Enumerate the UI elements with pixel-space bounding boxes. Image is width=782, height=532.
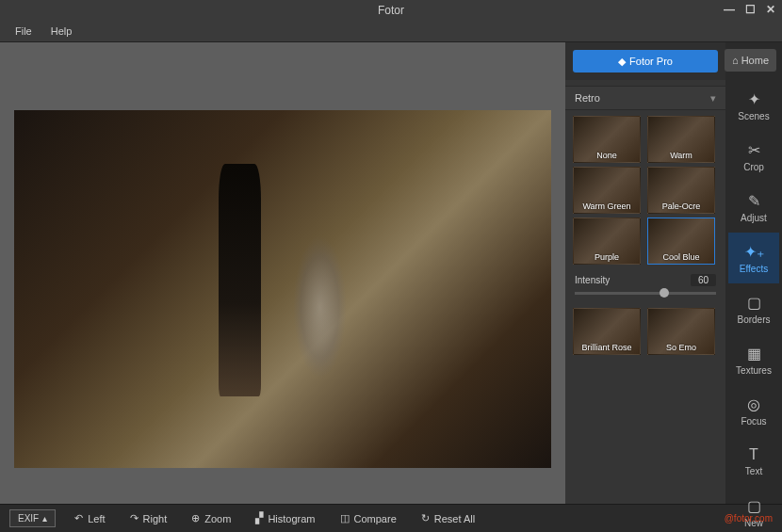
rotate-right-button[interactable]: ↷Right [124,509,173,527]
effects-panel: ◆ Fotor Pro Retro ▾ NoneWarmWarm GreenPa… [565,42,725,504]
tool-crop[interactable]: ✂Crop [728,131,779,182]
histogram-button[interactable]: ▞Histogram [250,509,320,527]
tool-borders[interactable]: ▢Borders [728,283,779,334]
tool-label: Borders [737,314,770,325]
reset-all-button[interactable]: ↻Reset All [415,509,481,527]
crop-icon: ✂ [748,141,760,159]
tool-effects[interactable]: ✦₊Effects [728,233,779,283]
effects-grid-2: Brilliant RoseSo Emo [565,302,725,361]
rotate-left-icon: ↶ [74,512,83,524]
menu-help[interactable]: Help [41,23,82,40]
titlebar: Fotor — ☐ ✕ [0,0,782,21]
category-label: Retro [575,92,600,104]
watermark: @fotor.com [725,513,773,524]
home-icon: ⌂ [732,55,739,66]
editing-image[interactable] [14,110,551,468]
tool-text[interactable]: TText [728,436,779,487]
menubar: File Help [0,21,782,42]
chevron-down-icon: ▾ [710,92,716,105]
tool-textures[interactable]: ▦Textures [728,334,779,385]
bottom-toolbar: EXIF ▴ ↶Left ↷Right ⊕Zoom ▞Histogram ◫Co… [0,504,782,532]
textures-icon: ▦ [747,345,761,363]
fotor-pro-button[interactable]: ◆ Fotor Pro [573,50,718,73]
tool-label: Scenes [738,111,769,121]
tool-label: Adjust [741,213,767,223]
intensity-label: Intensity [575,275,610,285]
effects-icon: ✦₊ [744,243,764,261]
effect-thumb-cool-blue[interactable]: Cool Blue [647,218,715,265]
reset-icon: ↻ [421,512,430,524]
new-icon: ▢ [747,497,761,515]
tool-label: Textures [736,365,772,376]
canvas-area [0,42,565,504]
effect-thumb-purple[interactable]: Purple [573,218,641,265]
effect-thumb-label: Warm Green [574,202,640,211]
effect-thumb-label: Warm [648,151,714,160]
minimize-button[interactable]: — [722,2,737,17]
compare-button[interactable]: ◫Compare [334,509,402,527]
tool-focus[interactable]: ◎Focus [728,385,779,436]
scenes-icon: ✦ [748,90,760,108]
borders-icon: ▢ [747,294,761,312]
intensity-slider[interactable] [575,292,716,295]
intensity-value: 60 [691,274,716,286]
chevron-up-icon: ▴ [42,513,47,524]
diamond-icon: ◆ [618,56,626,68]
tool-scenes[interactable]: ✦Scenes [728,80,779,131]
zoom-button[interactable]: ⊕Zoom [186,509,236,527]
effect-thumb-label: None [574,151,640,160]
tool-new[interactable]: ▢New [728,487,779,532]
tool-label: Text [745,466,762,476]
home-button[interactable]: ⌂ Home [725,49,776,72]
effect-thumb-warm-green[interactable]: Warm Green [573,167,641,214]
effect-thumb-label: Brilliant Rose [574,343,640,352]
tool-label: Crop [743,162,764,172]
slider-handle[interactable] [660,288,669,298]
tool-rail: ⌂ Home ✦Scenes✂Crop✎Adjust✦₊Effects▢Bord… [725,42,782,504]
app-title: Fotor [378,4,404,17]
tool-adjust[interactable]: ✎Adjust [728,182,779,233]
effect-thumb-brilliant-rose[interactable]: Brilliant Rose [573,308,641,355]
adjust-icon: ✎ [748,192,760,210]
effect-thumb-label: Cool Blue [648,252,714,262]
menu-file[interactable]: File [6,23,41,40]
tool-label: Effects [740,264,768,274]
tool-label: Focus [741,416,766,427]
maximize-button[interactable]: ☐ [742,2,758,17]
close-button[interactable]: ✕ [763,2,778,17]
text-icon: T [749,446,758,463]
effect-thumb-label: So Emo [648,343,714,352]
effect-thumb-warm[interactable]: Warm [647,116,715,163]
effect-thumb-none[interactable]: None [573,116,641,163]
effects-grid-1: NoneWarmWarm GreenPale-OcrePurpleCool Bl… [565,110,725,270]
zoom-icon: ⊕ [191,512,200,524]
exif-button[interactable]: EXIF ▴ [9,509,56,527]
compare-icon: ◫ [340,512,350,524]
effect-thumb-label: Purple [574,252,640,262]
rotate-right-icon: ↷ [130,512,138,524]
histogram-icon: ▞ [255,512,263,524]
effect-thumb-label: Pale-Ocre [648,202,714,211]
effect-thumb-so-emo[interactable]: So Emo [647,308,715,355]
rotate-left-button[interactable]: ↶Left [69,509,110,527]
focus-icon: ◎ [747,395,760,413]
category-retro-header[interactable]: Retro ▾ [565,86,725,110]
window-controls: — ☐ ✕ [722,2,778,17]
effect-thumb-pale-ocre[interactable]: Pale-Ocre [647,167,715,214]
